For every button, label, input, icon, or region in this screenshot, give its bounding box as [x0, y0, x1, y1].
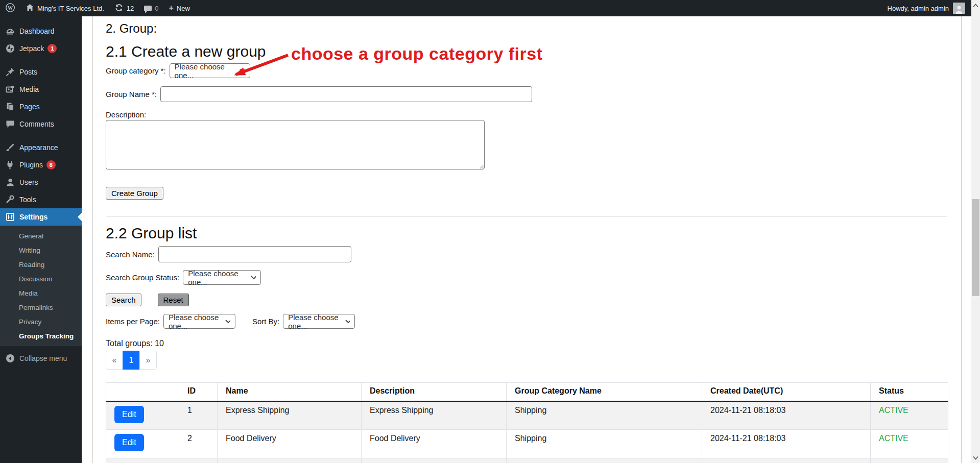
sidebar-item-media[interactable]: Media [0, 81, 82, 98]
search-button[interactable]: Search [106, 294, 141, 306]
plus-icon: + [169, 4, 174, 12]
group-name-row: Group Name *: [106, 86, 947, 102]
edit-button[interactable]: Edit [114, 406, 144, 423]
table-header-row: ID Name Description Group Category Name … [106, 383, 948, 401]
sidebar-item-label: Settings [19, 213, 47, 221]
pagination-prev[interactable]: « [106, 351, 123, 370]
sidebar-item-plugins[interactable]: Plugins 8 [0, 156, 82, 174]
jetpack-icon [5, 43, 15, 54]
scroll-down-icon[interactable] [973, 455, 978, 460]
howdy-text[interactable]: Howdy, admin admin [888, 5, 949, 12]
pin-icon [5, 67, 15, 77]
vertical-scrollbar[interactable] [971, 0, 980, 463]
group-category-label: Group category *: [106, 66, 166, 75]
sidebar-item-jetpack[interactable]: Jetpack 1 [0, 40, 82, 57]
sidebar-item-label: Media [19, 85, 39, 93]
sidebar-item-label: Dashboard [19, 27, 55, 35]
comments-menu[interactable]: 0 [139, 0, 163, 16]
col-actions [106, 383, 179, 401]
sidebar-item-tools[interactable]: Tools [0, 191, 82, 208]
group-list-heading: 2.2 Group list [106, 225, 947, 242]
avatar[interactable] [953, 3, 965, 14]
sidebar-item-label: Tools [19, 196, 36, 204]
brush-icon [5, 142, 15, 153]
comment-count: 0 [155, 5, 158, 12]
scrollbar-thumb[interactable] [972, 199, 979, 296]
search-status-label: Search Group Status: [106, 273, 179, 282]
sort-by-select[interactable]: Please choose one... [283, 314, 355, 329]
description-label: Description: [106, 110, 944, 119]
wordpress-menu[interactable]: W [0, 0, 20, 16]
reset-button[interactable]: Reset [158, 294, 189, 306]
plugin-frame: 2. Group: 2.1 Create a new group choose … [92, 16, 962, 463]
submenu-item-general[interactable]: General [0, 229, 82, 243]
content-panel: 2. Group: 2.1 Create a new group choose … [82, 16, 971, 463]
col-description: Description [362, 383, 507, 401]
cell-category: Shipping [507, 430, 702, 458]
submenu-item-media[interactable]: Media [0, 286, 82, 300]
sidebar-item-users[interactable]: Users [0, 174, 82, 191]
sidebar-item-dashboard[interactable]: Dashboard [0, 22, 82, 40]
annotation-arrow [221, 51, 295, 81]
description-block: Description: [106, 110, 947, 169]
cell-description: Food Delivery [362, 430, 507, 458]
page-title: 2. Group: [106, 21, 947, 36]
annotation-text: choose a group category first [291, 44, 543, 64]
search-name-label: Search Name: [106, 250, 155, 259]
settings-icon [5, 212, 15, 222]
cell-name: Food Delivery [218, 430, 362, 458]
sidebar-item-appearance[interactable]: Appearance [0, 139, 82, 156]
pagination-next[interactable]: » [139, 351, 157, 370]
search-buttons-row: Search Reset [106, 294, 947, 306]
collapse-menu-button[interactable]: Collapse menu [0, 350, 82, 367]
col-status: Status [871, 383, 948, 401]
search-status-select[interactable]: Please choose one... [183, 270, 261, 285]
sort-by-label: Sort By: [252, 317, 279, 326]
comments-bubble-icon [144, 6, 152, 11]
menu-separator [0, 57, 82, 63]
submenu-item-discussion[interactable]: Discussion [0, 272, 82, 286]
status-badge: ACTIVE [871, 430, 948, 458]
group-name-label: Group Name *: [106, 90, 157, 99]
dashboard-icon [5, 26, 15, 36]
scroll-up-icon[interactable] [973, 3, 978, 8]
new-content-menu[interactable]: + New [164, 0, 195, 16]
pagination-page-1[interactable]: 1 [123, 351, 140, 370]
site-name-menu[interactable]: Ming's IT Services Ltd. [20, 0, 109, 16]
submenu-item-groups-tracking[interactable]: Groups Tracking [0, 329, 82, 343]
sidebar-item-pages[interactable]: Pages [0, 98, 82, 115]
chevron-down-icon [251, 276, 256, 280]
description-textarea[interactable] [106, 120, 485, 169]
sidebar-item-label: Comments [19, 120, 54, 128]
search-name-input[interactable] [158, 246, 351, 262]
submenu-item-writing[interactable]: Writing [0, 243, 82, 257]
table-row-cutoff [106, 458, 948, 463]
submenu-item-permalinks[interactable]: Permalinks [0, 300, 82, 314]
settings-submenu: General Writing Reading Discussion Media… [0, 226, 82, 346]
groups-table: ID Name Description Group Category Name … [106, 382, 948, 463]
search-name-row: Search Name: [106, 246, 947, 262]
table-row: Edit 2 Food Delivery Food Delivery Shipp… [106, 430, 948, 458]
sidebar-item-comments[interactable]: Comments [0, 115, 82, 133]
create-group-button[interactable]: Create Group [106, 187, 163, 200]
comment-icon [5, 119, 15, 129]
sidebar-item-label: Pages [19, 103, 40, 111]
sidebar-item-posts[interactable]: Posts [0, 63, 82, 81]
cell-description: Express Shipping [362, 401, 507, 430]
edit-button[interactable]: Edit [114, 434, 144, 451]
table-row: Edit 1 Express Shipping Express Shipping… [106, 401, 948, 430]
col-category: Group Category Name [507, 383, 702, 401]
updates-menu[interactable]: 12 [109, 0, 139, 16]
cell-id: 1 [179, 401, 218, 430]
new-label: New [177, 5, 190, 12]
sidebar-item-label: Jetpack [19, 44, 44, 53]
submenu-item-privacy[interactable]: Privacy [0, 314, 82, 329]
media-icon [5, 84, 15, 94]
svg-text:W: W [8, 5, 13, 11]
plugins-badge: 8 [46, 160, 56, 169]
submenu-item-reading[interactable]: Reading [0, 257, 82, 272]
items-per-page-select[interactable]: Please choose one... [163, 314, 235, 329]
group-name-input[interactable] [160, 86, 532, 102]
cell-id: 2 [179, 430, 218, 458]
sidebar-item-settings[interactable]: Settings [0, 208, 82, 226]
